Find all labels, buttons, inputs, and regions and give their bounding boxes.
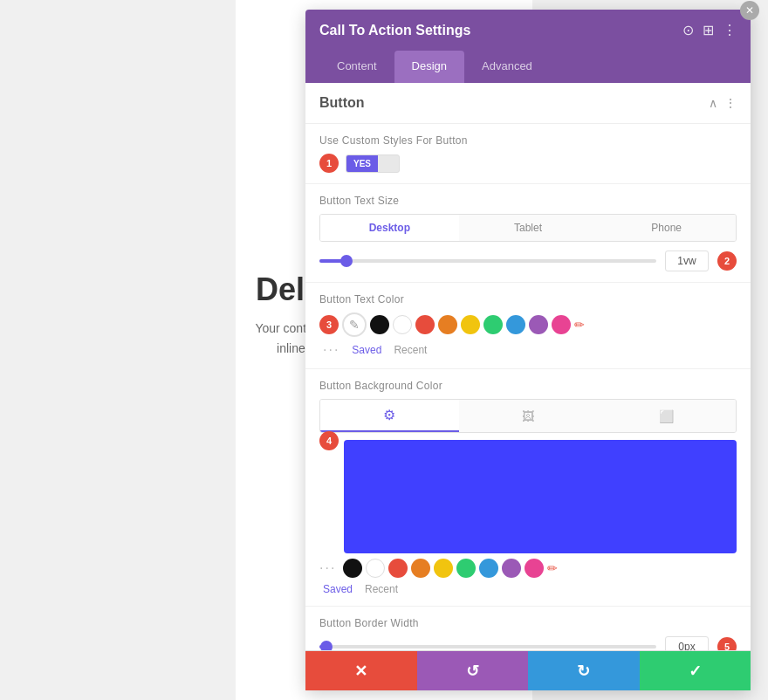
bg-color-orange[interactable] xyxy=(411,559,430,578)
step-badge-3: 3 xyxy=(319,315,339,334)
bg-color-pink[interactable] xyxy=(525,559,544,578)
saved-recent-row-2: Saved Recent xyxy=(319,583,737,595)
panel-title: Call To Action Settings xyxy=(319,23,470,38)
section-header: Button ∧ ⋮ xyxy=(305,83,751,124)
gradient-icon: ⬜ xyxy=(659,409,674,423)
bg-color-white[interactable] xyxy=(366,559,385,578)
color-green[interactable] xyxy=(483,315,503,334)
device-tab-phone[interactable]: Phone xyxy=(597,215,736,241)
recent-label[interactable]: Recent xyxy=(394,344,427,356)
bg-color-label: Button Background Color xyxy=(319,380,737,392)
panel-body: Button ∧ ⋮ Use Custom Styles For Button … xyxy=(305,83,751,650)
redo-button[interactable]: ↻ xyxy=(528,651,640,690)
saved-label[interactable]: Saved xyxy=(352,344,381,356)
collapse-icon[interactable]: ∧ xyxy=(709,96,717,110)
step-badge-5: 5 xyxy=(717,637,737,650)
text-size-label: Button Text Size xyxy=(319,195,737,207)
toggle-row: 1 YES xyxy=(319,154,737,173)
grid-icon[interactable]: ⊞ xyxy=(703,22,714,38)
bg-color-red[interactable] xyxy=(388,559,408,578)
toggle-yes[interactable]: YES xyxy=(346,155,378,172)
bg-color-yellow[interactable] xyxy=(434,559,453,578)
bg-tab-gradient[interactable]: ⬜ xyxy=(597,400,736,432)
step-badge-4: 4 xyxy=(319,431,339,450)
panel-footer: ✕ ↺ ↻ ✓ xyxy=(305,650,751,690)
tab-advanced[interactable]: Advanced xyxy=(464,51,550,83)
color-area-wrapper: 4 xyxy=(344,440,737,553)
color-blue[interactable] xyxy=(506,315,525,334)
custom-styles-row: Use Custom Styles For Button 1 YES xyxy=(305,124,751,184)
color-orange[interactable] xyxy=(438,315,457,334)
device-tab-tablet[interactable]: Tablet xyxy=(459,215,598,241)
panel-tabs: Content Design Advanced xyxy=(305,51,751,83)
color-red[interactable] xyxy=(415,315,435,334)
text-color-row: Button Text Color 3 ✎ ✏ ··· xyxy=(305,283,751,369)
border-width-row: Button Border Width 0px 5 xyxy=(305,607,751,650)
bg-color-blue[interactable] xyxy=(479,559,498,578)
color-yellow[interactable] xyxy=(461,315,480,334)
more-icon[interactable]: ⋮ xyxy=(723,22,737,38)
tab-design[interactable]: Design xyxy=(394,51,464,83)
saved-recent-row: ··· Saved Recent xyxy=(319,342,737,358)
bg-color-row: Button Background Color ⚙ 🖼 ⬜ 4 xyxy=(305,369,751,607)
border-width-value[interactable]: 0px xyxy=(665,636,709,650)
saved-label-2[interactable]: Saved xyxy=(323,583,353,595)
bg-picker-tabs: ⚙ 🖼 ⬜ xyxy=(319,399,737,433)
color-white[interactable] xyxy=(393,315,412,334)
panel-header: Call To Action Settings ⊙ ⊞ ⋮ xyxy=(305,10,751,51)
border-width-label: Button Border Width xyxy=(319,617,737,629)
step-badge-2: 2 xyxy=(717,251,737,271)
section-controls: ∧ ⋮ xyxy=(709,96,737,110)
pencil-icon[interactable]: ✏ xyxy=(574,318,585,332)
text-size-slider-track[interactable] xyxy=(319,259,656,263)
image-icon: 🖼 xyxy=(522,409,534,423)
save-button[interactable]: ✓ xyxy=(640,651,751,690)
target-icon[interactable]: ⊙ xyxy=(682,22,694,38)
tab-content[interactable]: Content xyxy=(319,51,394,83)
recent-label-2[interactable]: Recent xyxy=(365,583,398,595)
bg-color-green[interactable] xyxy=(456,559,476,578)
section-title: Button xyxy=(319,95,365,111)
bg-color-purple[interactable] xyxy=(502,559,521,578)
text-size-value[interactable]: 1vw xyxy=(665,250,709,271)
text-color-picker-btn[interactable]: ✎ xyxy=(342,312,367,337)
border-slider-thumb[interactable] xyxy=(320,641,333,650)
toggle-switch[interactable]: YES xyxy=(346,154,400,173)
border-width-slider-track[interactable] xyxy=(319,645,656,649)
color-black[interactable] xyxy=(370,315,389,334)
color-area[interactable] xyxy=(344,440,737,553)
bg-color-black[interactable] xyxy=(343,559,362,578)
panel-header-icons: ⊙ ⊞ ⋮ xyxy=(682,22,737,38)
settings-content: Use Custom Styles For Button 1 YES Butto… xyxy=(305,124,751,650)
step-badge-1: 1 xyxy=(319,154,339,173)
pencil-icon-2[interactable]: ✏ xyxy=(547,561,558,575)
close-icon[interactable]: ✕ xyxy=(740,1,759,20)
device-tabs: Desktop Tablet Phone xyxy=(319,214,737,242)
device-tab-desktop[interactable]: Desktop xyxy=(320,215,459,241)
text-color-label: Button Text Color xyxy=(319,293,737,305)
cancel-button[interactable]: ✕ xyxy=(305,651,417,690)
text-size-slider-thumb[interactable] xyxy=(340,255,353,267)
custom-styles-label: Use Custom Styles For Button xyxy=(319,134,737,147)
color-pink[interactable] xyxy=(552,315,571,334)
section-more-icon[interactable]: ⋮ xyxy=(724,96,737,110)
reset-button[interactable]: ↺ xyxy=(417,651,529,690)
settings-panel: Call To Action Settings ⊙ ⊞ ⋮ Content De… xyxy=(305,10,751,690)
bg-tab-image[interactable]: 🖼 xyxy=(459,400,598,432)
toggle-no[interactable] xyxy=(378,160,399,167)
bg-tab-color[interactable]: ⚙ xyxy=(320,400,459,432)
text-size-row: Button Text Size Desktop Tablet Phone 1v… xyxy=(305,184,751,283)
more-dots[interactable]: ··· xyxy=(323,342,339,358)
color-purple[interactable] xyxy=(529,315,548,334)
color-wheel-icon: ⚙ xyxy=(383,407,395,423)
more-dots-2[interactable]: ··· xyxy=(319,560,336,576)
